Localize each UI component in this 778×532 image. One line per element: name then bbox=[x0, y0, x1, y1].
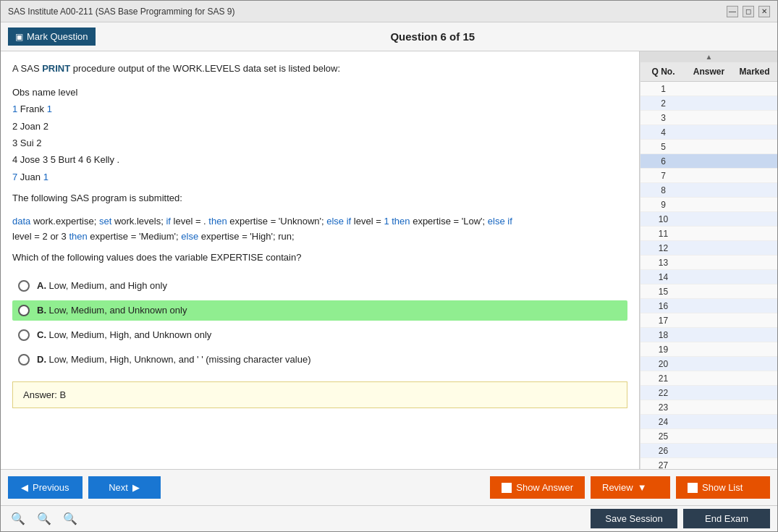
sidebar-cell-num: 18 bbox=[640, 330, 686, 340]
sidebar-row[interactable]: 10 bbox=[640, 212, 777, 227]
sidebar-cell-num: 23 bbox=[640, 402, 686, 413]
sidebar-cell-num: 21 bbox=[640, 373, 686, 384]
next-button[interactable]: Next ▶ bbox=[88, 476, 161, 499]
sidebar-cell-num: 6 bbox=[640, 156, 686, 166]
sidebar-row[interactable]: 27 bbox=[640, 458, 777, 469]
obs-row-2: 2 Joan 2 bbox=[12, 118, 627, 135]
sidebar-row[interactable]: 4 bbox=[640, 125, 777, 140]
sidebar-row[interactable]: 9 bbox=[640, 198, 777, 212]
show-list-checkbox-icon: ✓ bbox=[688, 483, 698, 493]
sidebar-row[interactable]: 14 bbox=[640, 270, 777, 284]
sidebar-cell-num: 26 bbox=[640, 446, 686, 456]
sidebar-row[interactable]: 2 bbox=[640, 96, 777, 111]
obs-level-1: 1 bbox=[47, 104, 52, 114]
sidebar-row[interactable]: 1 bbox=[640, 82, 777, 96]
previous-label: Previous bbox=[33, 482, 69, 493]
scroll-up-arrow[interactable]: ▲ bbox=[640, 51, 777, 62]
data-keyword: data bbox=[12, 216, 30, 227]
option-a-label: A. Low, Medium, and High only bbox=[37, 280, 167, 291]
save-session-button[interactable]: Save Session bbox=[591, 509, 677, 528]
main-window: SAS Institute A00-211 (SAS Base Programm… bbox=[0, 0, 778, 532]
zoom-out-button[interactable]: 🔍 bbox=[60, 510, 80, 527]
sidebar-cell-num: 19 bbox=[640, 345, 686, 355]
sidebar-col-answer: Answer bbox=[686, 65, 732, 78]
sidebar-cell-num: 11 bbox=[640, 229, 686, 239]
review-dropdown-icon: ▼ bbox=[638, 482, 647, 493]
option-c-label: C. Low, Medium, High, and Unknown only bbox=[37, 329, 211, 340]
zoom-reset-button[interactable]: 🔍 bbox=[34, 510, 54, 527]
sidebar-row[interactable]: 7 bbox=[640, 169, 777, 183]
question-panel: A SAS PRINT procedure output of the WORK… bbox=[1, 51, 640, 469]
sidebar-row[interactable]: 23 bbox=[640, 400, 777, 415]
show-answer-button[interactable]: Show Answer bbox=[490, 476, 585, 499]
review-button[interactable]: Review ▼ bbox=[591, 476, 670, 499]
option-a[interactable]: A. Low, Medium, and High only bbox=[12, 276, 627, 296]
sidebar-row[interactable]: 25 bbox=[640, 429, 777, 444]
program-code-block: data work.expertise; set work.levels; if… bbox=[12, 214, 627, 245]
sidebar-row[interactable]: 16 bbox=[640, 299, 777, 313]
sidebar-cell-num: 17 bbox=[640, 316, 686, 326]
sidebar-cell-num: 9 bbox=[640, 200, 686, 210]
radio-b[interactable] bbox=[18, 305, 30, 316]
sidebar-cell-num: 20 bbox=[640, 359, 686, 369]
intro-text-suffix: procedure output of the WORK.LEVELS data… bbox=[70, 63, 340, 74]
sidebar-row[interactable]: 26 bbox=[640, 444, 777, 458]
sidebar-cell-num: 2 bbox=[640, 98, 686, 109]
zoom-in-button[interactable]: 🔍 bbox=[8, 510, 28, 527]
show-list-label: Show List bbox=[702, 482, 743, 493]
sidebar-row[interactable]: 15 bbox=[640, 284, 777, 299]
save-session-label: Save Session bbox=[605, 513, 663, 524]
sidebar-row[interactable]: 11 bbox=[640, 227, 777, 241]
obs-table: Obs name level 1 Frank 1 2 Joan 2 3 Sui … bbox=[12, 84, 627, 185]
radio-d[interactable] bbox=[18, 354, 30, 366]
previous-button[interactable]: ◀ Previous bbox=[8, 476, 83, 499]
radio-c[interactable] bbox=[18, 329, 30, 341]
radio-a[interactable] bbox=[18, 280, 30, 292]
sidebar-row[interactable]: 24 bbox=[640, 415, 777, 429]
sidebar-cell-num: 8 bbox=[640, 185, 686, 195]
answer-text: Answer: B bbox=[23, 389, 66, 400]
option-d[interactable]: D. Low, Medium, High, Unknown, and ' ' (… bbox=[12, 350, 627, 370]
prev-arrow-icon: ◀ bbox=[21, 482, 28, 493]
toolbar: ▣ Mark Question Question 6 of 15 bbox=[1, 22, 777, 51]
next-label: Next bbox=[109, 482, 128, 493]
sidebar-cell-num: 15 bbox=[640, 287, 686, 297]
program-label: The following SAS program is submitted: bbox=[12, 191, 627, 206]
option-b[interactable]: B. Low, Medium, and Unknown only bbox=[12, 300, 627, 321]
checkbox-icon: ▣ bbox=[15, 32, 23, 42]
sidebar-row[interactable]: 20 bbox=[640, 357, 777, 371]
minimize-button[interactable]: — bbox=[727, 6, 738, 17]
sidebar-cell-num: 16 bbox=[640, 301, 686, 311]
sidebar-cell-num: 5 bbox=[640, 142, 686, 152]
review-label: Review bbox=[602, 482, 633, 493]
sidebar-row[interactable]: 6 bbox=[640, 154, 777, 169]
sidebar-cell-num: 1 bbox=[640, 84, 686, 94]
sidebar-row[interactable]: 13 bbox=[640, 256, 777, 270]
sidebar-cell-num: 3 bbox=[640, 113, 686, 123]
mark-question-button[interactable]: ▣ Mark Question bbox=[8, 28, 96, 46]
window-controls: — ◻ ✕ bbox=[727, 6, 770, 17]
sidebar-row[interactable]: 19 bbox=[640, 342, 777, 357]
sidebar-row[interactable]: 5 bbox=[640, 140, 777, 154]
sidebar-col-marked: Marked bbox=[732, 65, 777, 78]
obs-row-7: 7 Juan 1 bbox=[12, 169, 627, 185]
maximize-button[interactable]: ◻ bbox=[743, 6, 754, 17]
else-keyword-2: else bbox=[488, 216, 505, 227]
sidebar-row[interactable]: 12 bbox=[640, 241, 777, 256]
option-c[interactable]: C. Low, Medium, High, and Unknown only bbox=[12, 325, 627, 345]
set-keyword: set bbox=[99, 216, 111, 227]
sidebar-row[interactable]: 21 bbox=[640, 371, 777, 386]
show-list-button[interactable]: ✓ Show List bbox=[676, 476, 770, 499]
title-bar: SAS Institute A00-211 (SAS Base Programm… bbox=[1, 1, 777, 22]
sidebar-row[interactable]: 3 bbox=[640, 111, 777, 125]
sidebar-row[interactable]: 18 bbox=[640, 328, 777, 342]
sidebar-row[interactable]: 22 bbox=[640, 386, 777, 400]
sidebar-row[interactable]: 8 bbox=[640, 183, 777, 198]
bottom-bar: ◀ Previous Next ▶ Show Answer Review ▼ ✓… bbox=[1, 469, 777, 505]
close-button[interactable]: ✕ bbox=[758, 6, 770, 17]
question-main-text: Which of the following values does the v… bbox=[12, 250, 627, 266]
mark-question-label: Mark Question bbox=[27, 31, 88, 42]
if-keyword-2: if bbox=[347, 216, 352, 227]
sidebar-row[interactable]: 17 bbox=[640, 313, 777, 328]
end-exam-button[interactable]: End Exam bbox=[683, 509, 770, 528]
